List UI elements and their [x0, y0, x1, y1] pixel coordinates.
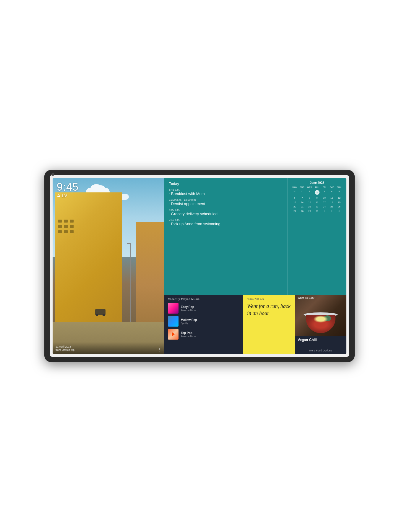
cal-day: 30: [291, 189, 299, 195]
top-right-area: Today 8:45 a.m. • Breakfast with Mum 11:…: [164, 178, 346, 295]
event-text-2: Dentist appointment: [171, 202, 205, 206]
cal-day: 21: [299, 205, 306, 209]
event-text-4: Pick up Anna from swimming: [171, 222, 220, 226]
right-building: [136, 222, 164, 327]
music-info-2: Mellow Pop Spotify: [181, 318, 239, 325]
device-frame: 9:45 🌤 18° 11 April 2018 from Mexico tri…: [44, 170, 355, 362]
agenda-event-4: • Pick up Anna from swimming: [169, 222, 283, 226]
cal-day: 29: [306, 209, 313, 213]
cal-day: 15: [306, 200, 313, 204]
window: [58, 225, 62, 228]
calendar-grid: MON TUE WED THU FRI SAT SUN: [291, 186, 343, 213]
event-text-1: Breakfast with Mum: [171, 192, 205, 196]
window: [58, 220, 62, 223]
cal-day: 11: [328, 196, 335, 200]
right-panel: Today 8:45 a.m. • Breakfast with Mum 11:…: [164, 178, 346, 354]
window: [70, 225, 74, 228]
cal-day: 24: [321, 205, 328, 209]
food-image: [295, 295, 346, 336]
cal-header-wed: WED: [306, 186, 313, 188]
photo-caption: 11 April 2018 from Mexico trip: [56, 345, 74, 352]
agenda-time-4: 7:15 p.m.: [169, 218, 283, 221]
window: [64, 225, 68, 228]
cal-day: 30: [313, 209, 321, 213]
cal-header-sat: SAT: [328, 186, 335, 188]
window: [64, 220, 68, 223]
echo-show-device: 9:45 🌤 18° 11 April 2018 from Mexico tri…: [44, 170, 355, 362]
cal-day: 2: [328, 209, 335, 213]
calendar-panel: June 2022 MON TUE WED THU FRI SAT SUN: [287, 178, 346, 295]
music-name-2: Mellow Pop: [181, 318, 239, 322]
cal-header-mon: MON: [291, 186, 299, 188]
cal-day: 1: [321, 209, 328, 213]
camera-icon: [51, 173, 54, 176]
food-name: Vegan Chili: [298, 338, 343, 342]
cal-week-5: 27 28 29 30 1 2 3: [291, 209, 343, 213]
music-item-3[interactable]: Top Pop Amazon Music: [168, 329, 239, 340]
cal-day: 17: [321, 200, 328, 204]
cal-header-fri: FRI: [321, 186, 328, 188]
cal-day: 10: [321, 196, 328, 200]
agenda-item-3: 4:00 p.m. • Grocery delivery scheduled: [169, 208, 283, 216]
cal-day: 26: [335, 205, 343, 209]
food-more-options-button[interactable]: More Food Options: [295, 347, 346, 354]
food-widget-title: What To Eat?: [298, 296, 314, 299]
motorcycle: [95, 309, 106, 315]
food-panel: What To Eat? Vegan Chili: [295, 295, 346, 354]
temperature-text: 18°: [61, 194, 67, 198]
note-panel: Today, 7:35 a.m. Went for a run, back in…: [243, 295, 295, 354]
agenda-event-3: • Grocery delivery scheduled: [169, 212, 283, 216]
bullet-3: •: [169, 213, 170, 215]
cal-day: 16: [313, 200, 321, 204]
cal-day: 13: [291, 200, 299, 204]
window: [70, 220, 74, 223]
cal-day: 6: [291, 196, 299, 200]
music-source-1: Amazon Music: [181, 309, 239, 312]
cal-day: 12: [335, 196, 343, 200]
bottom-right-area: Recently Played Music Easy Pop Amazon Mu…: [164, 295, 346, 354]
music-item-2[interactable]: Mellow Pop Spotify: [168, 316, 239, 327]
cal-day: 14: [299, 200, 306, 204]
cal-day: 27: [291, 209, 299, 213]
window: [58, 230, 62, 233]
bullet-2: •: [169, 202, 170, 205]
cal-day: 31: [299, 189, 306, 195]
screen: 9:45 🌤 18° 11 April 2018 from Mexico tri…: [53, 178, 346, 354]
cal-day: 8: [306, 196, 313, 200]
music-info-3: Top Pop Amazon Music: [181, 331, 239, 338]
photo-caption-bar: 11 April 2018 from Mexico trip ⋮: [53, 342, 164, 354]
agenda-item-2: 11:00 a.m. - 12:00 p.m. • Dentist appoin…: [169, 198, 283, 206]
yellow-building: [55, 192, 122, 329]
cal-day: 3: [321, 189, 328, 195]
cal-day: 7: [299, 196, 306, 200]
agenda-title: Today: [169, 182, 283, 186]
time-text: 9:45: [57, 182, 79, 192]
cal-day: 28: [299, 209, 306, 213]
cal-week-3: 13 14 15 16 17 18 19: [291, 200, 343, 204]
calendar-header: MON TUE WED THU FRI SAT SUN: [291, 186, 343, 188]
lamp-post: [130, 243, 131, 322]
cal-day: 9: [313, 196, 321, 200]
photo-more-button[interactable]: ⋮: [157, 347, 161, 352]
play-arrow-icon: [172, 332, 175, 337]
cal-day: 3: [335, 209, 343, 213]
music-source-3: Amazon Music: [181, 335, 239, 338]
music-item-1[interactable]: Easy Pop Amazon Music: [168, 303, 239, 314]
music-name-3: Top Pop: [181, 331, 239, 335]
cal-day: 1: [306, 189, 313, 195]
agenda-event-1: • Breakfast with Mum: [169, 192, 283, 196]
music-info-1: Easy Pop Amazon Music: [181, 305, 239, 312]
music-source-2: Spotify: [181, 322, 239, 325]
agenda-item-1: 8:45 a.m. • Breakfast with Mum: [169, 188, 283, 196]
cal-week-1: 30 31 1 2 3 4 5: [291, 189, 343, 195]
weather-icon: 🌤: [57, 194, 60, 198]
window: [64, 230, 68, 233]
building-windows: [58, 220, 85, 236]
cal-day: 18: [328, 200, 335, 204]
street-scene-bg: [53, 178, 164, 354]
time-display: 9:45 🌤 18°: [57, 182, 79, 198]
caption-line1: 11 April 2018: [56, 345, 74, 349]
cal-header-thu: THU: [313, 186, 321, 188]
cal-day-today: 2: [313, 189, 321, 195]
cal-day: 22: [306, 205, 313, 209]
